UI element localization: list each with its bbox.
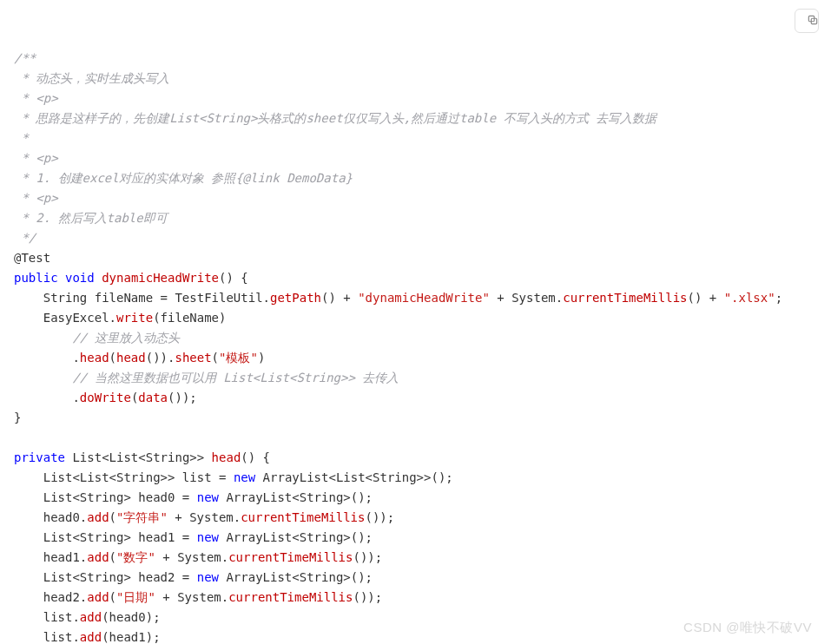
comment-line: * 思路是这样子的，先创建List<String>头格式的sheet仅仅写入头,… [14,111,656,125]
code-text: () + [321,291,358,305]
method-call: sheet [175,351,211,365]
method-call: currentTimeMillis [241,510,365,524]
code-text: list. [14,610,80,624]
keyword-private: private [14,450,65,464]
code-text: . [14,351,80,365]
code-text: ()). [146,351,175,365]
code-text: head0. [14,510,87,524]
code-text: list. [14,630,80,644]
code-text: head1. [14,550,87,564]
code-text: ArrayList<String>(); [219,490,373,504]
code-text: List<List<String>> [65,450,204,464]
string-literal: ".xlsx" [724,291,775,305]
method-call: getPath [270,291,321,305]
code-text: List<List<String>> list = [14,470,234,484]
code-text: ( [109,510,116,524]
method-call: currentTimeMillis [228,550,353,564]
method-call: currentTimeMillis [228,590,353,604]
code-text: ; [775,291,782,305]
comment-line: * 2. 然后写入table即可 [14,211,168,225]
method-call: add [80,630,102,644]
code-text: () { [241,450,270,464]
code-text: List<String> head1 = [14,530,197,544]
method-call: add [87,510,109,524]
code-text: ( [109,550,116,564]
string-literal: "dynamicHeadWrite" [358,291,490,305]
code-text: ()); [168,391,197,404]
method-call: currentTimeMillis [563,291,687,305]
code-text: ()); [353,590,382,604]
code-text: () { [219,271,248,285]
method-call: write [116,311,153,325]
method-call: head [116,351,146,365]
comment-line: * <p> [14,91,58,105]
code-text: String fileName = TestFileUtil. [14,291,270,305]
string-literal: "日期" [116,590,155,604]
code-text: (head0); [102,610,160,624]
code-text: EasyExcel. [14,311,116,325]
comment-line: // 当然这里数据也可以用 List<List<String>> 去传入 [14,371,399,384]
comment-line: * 1. 创建excel对应的实体对象 参照{@link DemoData} [14,171,353,185]
keyword-new: new [197,530,219,544]
method-name: head [204,450,241,464]
keyword-public: public [14,271,58,285]
method-call: add [87,590,109,604]
code-text: } [14,411,21,424]
string-literal: "模板" [219,351,258,365]
code-text: ArrayList<String>(); [219,530,373,544]
code-text: ArrayList<List<String>>(); [255,470,453,484]
code-text: ArrayList<String>(); [219,570,373,584]
code-text: ()); [353,550,382,564]
code-text: ) [258,351,265,365]
code-text: + System. [155,550,228,564]
keyword-new: new [197,490,219,504]
copy-icon [795,1,820,42]
code-text: ( [109,351,116,365]
method-call: doWrite [80,391,131,404]
comment-line: * <p> [14,191,58,205]
code-content: /** * 动态头，实时生成头写入 * <p> * 思路是这样子的，先创建Lis… [14,51,782,644]
string-literal: "字符串" [116,510,168,524]
copy-button[interactable] [795,9,819,33]
annotation: @Test [14,251,50,265]
code-text: ( [212,351,219,365]
code-text: head2. [14,590,87,604]
keyword-void: void [58,271,95,285]
comment-line: */ [14,231,36,245]
method-name: dynamicHeadWrite [95,271,219,285]
method-call: head [80,351,109,365]
comment-line: // 这里放入动态头 [14,331,180,345]
string-literal: "数字" [116,550,155,564]
code-block: /** * 动态头，实时生成头写入 * <p> * 思路是这样子的，先创建Lis… [0,0,831,644]
code-text: (head1); [102,630,160,644]
code-text: List<String> head2 = [14,570,197,584]
code-text: (fileName) [153,311,226,325]
comment-line: * <p> [14,151,58,165]
code-text: () + [688,291,724,305]
method-call: data [138,391,168,404]
comment-line: * [14,131,29,145]
keyword-new: new [197,570,219,584]
code-text: + System. [490,291,563,305]
code-text: + System. [155,590,228,604]
comment-line: /** [14,51,36,65]
code-text: + System. [168,510,241,524]
code-text: List<String> head0 = [14,490,197,504]
method-call: add [87,550,109,564]
method-call: add [80,610,102,624]
code-text: ( [109,590,116,604]
code-text: ()); [365,510,394,524]
code-text: . [14,391,80,404]
comment-line: * 动态头，实时生成头写入 [14,71,169,85]
keyword-new: new [234,470,255,484]
